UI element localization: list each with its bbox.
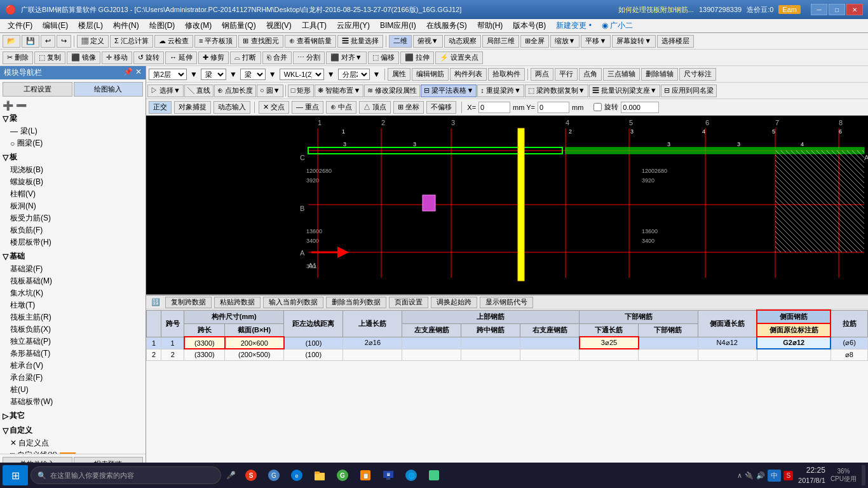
td-mid-span[interactable] <box>461 349 520 360</box>
screen-rotate-button[interactable]: 屏幕旋转▼ <box>612 35 656 48</box>
midpoint-button[interactable]: ⊕ 中点 <box>326 101 356 114</box>
td-section[interactable]: (200×500) <box>225 349 284 360</box>
two-point-button[interactable]: 两点 <box>531 68 553 81</box>
rotate-button[interactable]: ↺ 旋转 <box>133 51 164 64</box>
add-icon[interactable]: ➕ <box>3 100 13 111</box>
td-bot-steel[interactable] <box>639 337 698 349</box>
menu-online[interactable]: 在线服务(S) <box>421 19 472 32</box>
menu-floor[interactable]: 楼层(L) <box>73 19 108 32</box>
close-button[interactable]: ✕ <box>846 4 863 15</box>
delete-axis-button[interactable]: 删除辅轴 <box>641 68 678 81</box>
taskbar-icon-monitor[interactable]: 🖥 <box>378 465 398 485</box>
open-button[interactable]: 📂 <box>3 35 20 48</box>
menu-help[interactable]: 帮助(H) <box>472 19 508 32</box>
sidebar-group-foundation[interactable]: ▽基础 <box>0 250 146 263</box>
intersection-button[interactable]: ✕ 交点 <box>259 101 289 114</box>
x-input[interactable] <box>478 102 510 113</box>
sidebar-item-raft[interactable]: 筏板基础(M) <box>0 275 146 287</box>
menu-component[interactable]: 构件(N) <box>108 19 144 32</box>
td-tie[interactable]: ⌀8 <box>831 349 867 360</box>
td-top-through[interactable] <box>343 349 402 360</box>
menu-new-change[interactable]: 新建变更 • <box>551 19 597 32</box>
taskbar-icon-green[interactable]: G <box>332 465 353 485</box>
select-tool-button[interactable]: ▷ 选择▼ <box>147 85 184 97</box>
three-point-axis-button[interactable]: 三点辅轴 <box>603 68 640 81</box>
sidebar-item-cap-beam[interactable]: 承台梁(F) <box>0 372 146 384</box>
ortho-button[interactable]: 正交 <box>149 101 172 114</box>
copy-span-data-button[interactable]: ⬚ 梁跨数据复制▼ <box>525 85 588 97</box>
table-row[interactable]: 2 2 (3300) (200×500) (100) <box>147 349 868 360</box>
td-right-support[interactable] <box>520 349 580 360</box>
parallel-button[interactable]: 平行 <box>555 68 578 81</box>
division-select[interactable]: 分层2 <box>338 69 370 80</box>
y-input[interactable] <box>538 102 569 113</box>
tray-volume[interactable]: 🔊 <box>756 471 765 480</box>
sidebar-item-slab-hole[interactable]: 板洞(N) <box>0 200 146 212</box>
menu-cloud[interactable]: 云应用(Y) <box>332 19 375 32</box>
zoom-button[interactable]: 缩放▼ <box>550 35 580 48</box>
maximize-button[interactable]: □ <box>829 4 845 15</box>
td-span-length[interactable]: (3300) <box>184 349 225 360</box>
td-mid-span[interactable] <box>461 337 520 349</box>
td-span-length[interactable]: (3300) <box>184 337 225 349</box>
menu-draw[interactable]: 绘图(D) <box>144 19 180 32</box>
view-mode-button[interactable]: 俯视▼ <box>413 35 443 48</box>
move-button[interactable]: ✛ 移动 <box>102 51 132 64</box>
taskbar-icon-folder[interactable] <box>309 465 330 485</box>
dynamic-input-button[interactable]: 动态输入 <box>214 101 250 114</box>
page-setup-btn[interactable]: 页面设置 <box>389 297 428 308</box>
copy-span-data-btn[interactable]: 复制跨数据 <box>165 297 212 308</box>
pan-button[interactable]: 平移▼ <box>581 35 611 48</box>
element-name-select[interactable]: 梁 <box>240 69 266 80</box>
rotate-checkbox[interactable] <box>593 103 602 111</box>
re-extract-span-button[interactable]: ↕ 重提梁跨▼ <box>477 85 524 97</box>
circle-button[interactable]: ○ 圆▼ <box>257 85 283 97</box>
td-tie[interactable]: (⌀6) <box>831 337 867 349</box>
sidebar-item-column-cap[interactable]: 柱帽(V) <box>0 188 146 200</box>
td-bot-through[interactable]: 3⌀25 <box>580 337 639 349</box>
start-button[interactable]: ⊞ <box>3 465 28 485</box>
menu-modify[interactable]: 修改(M) <box>180 19 217 32</box>
undo-button[interactable]: ↩ <box>41 35 55 48</box>
point-angle-button[interactable]: 点角 <box>579 68 602 81</box>
menu-rebar-qty[interactable]: 钢筋量(Q) <box>217 19 261 32</box>
merge-button[interactable]: ⎗ 合并 <box>262 51 292 64</box>
sidebar-group-slab[interactable]: ▽板 <box>0 151 146 164</box>
sidebar-item-strip-found[interactable]: 条形基础(T) <box>0 348 146 360</box>
sidebar-item-sump[interactable]: 集水坑(K) <box>0 287 146 299</box>
td-bot-through[interactable] <box>580 349 639 360</box>
component-list-button[interactable]: 构件列表 <box>450 68 487 81</box>
sidebar-item-isolated[interactable]: 独立基础(P) <box>0 336 146 348</box>
td-side-through[interactable]: N4⌀12 <box>698 337 757 349</box>
save-button[interactable]: 💾 <box>22 35 39 48</box>
delete-col-data-btn[interactable]: 删除当前列数据 <box>326 297 386 308</box>
taskbar-icon-browser1[interactable]: G <box>264 465 284 485</box>
mirror-button[interactable]: ⬛ 镜像 <box>67 51 100 64</box>
paste-span-data-btn[interactable]: 粘贴跨数据 <box>214 297 261 308</box>
sidebar-item-pile-cap[interactable]: 桩承台(V) <box>0 360 146 372</box>
sidebar-item-found-band[interactable]: 基础板带(W) <box>0 396 146 408</box>
tray-network[interactable]: 🔌 <box>745 471 754 480</box>
endpoint-button[interactable]: — 重点 <box>292 101 323 114</box>
split-button[interactable]: ⋯ 分割 <box>293 51 325 64</box>
set-grip-button[interactable]: ⚡ 设置夹点 <box>435 51 483 64</box>
sidebar-item-floor-band[interactable]: 楼层板带(H) <box>0 236 146 248</box>
align-button[interactable]: ⬛ 对齐▼ <box>326 51 367 64</box>
sidebar-group-other[interactable]: ▷其它 <box>0 409 146 423</box>
taskbar-icon-app[interactable] <box>424 465 444 485</box>
td-side-through[interactable] <box>698 349 757 360</box>
stretch-button[interactable]: ⬛ 拉伸 <box>400 51 434 64</box>
td-side-orig[interactable]: G2⌀12 <box>757 337 831 349</box>
sidebar-item-custom-point[interactable]: ✕ 自定义点 <box>0 437 146 449</box>
td-bot-steel[interactable] <box>639 349 698 360</box>
fullscreen-button[interactable]: ⊞全屏 <box>520 35 549 48</box>
smart-layout-button[interactable]: ❋ 智能布置▼ <box>315 85 363 97</box>
table-row[interactable]: 1 1 (3300) 200×600 (100) 2⌀16 3⌀25 <box>147 337 868 349</box>
td-left-dist[interactable]: (100) <box>284 337 343 349</box>
batch-select-button[interactable]: ☰ 批量选择 <box>337 35 383 48</box>
sidebar-close[interactable]: ✕ <box>135 67 142 78</box>
taskbar-icon-globe[interactable]: 🌐 <box>401 465 421 485</box>
local-3d-button[interactable]: 局部三维 <box>482 35 519 48</box>
td-section[interactable]: 200×600 <box>225 337 284 349</box>
taskbar-icon-orange[interactable]: 📋 <box>355 465 376 485</box>
